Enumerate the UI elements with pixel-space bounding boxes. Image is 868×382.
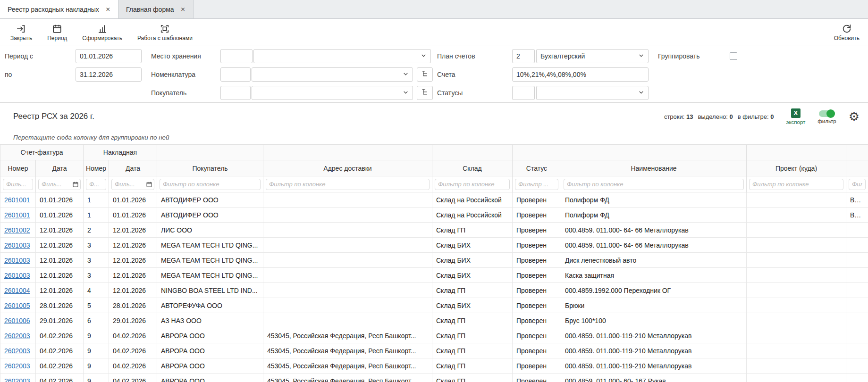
filter-invoice-number[interactable]	[3, 179, 33, 190]
tab-close-icon[interactable]: ✕	[106, 6, 110, 13]
table-row[interactable]: 260100412.01.2026412.01.2026NINGBO BOA S…	[0, 283, 868, 298]
buyer-code-input[interactable]	[220, 86, 251, 100]
invoice-number-link[interactable]: 2602003	[4, 362, 30, 370]
table-cell: 04.02.2026	[109, 343, 157, 358]
filter-delivery-address[interactable]	[266, 179, 430, 190]
gear-icon[interactable]: ⚙	[849, 110, 860, 123]
buyer-select[interactable]	[252, 86, 413, 100]
table-row[interactable]: 260200304.02.2026904.02.2026АВРОРА ООО45…	[0, 374, 868, 382]
col-delivery-address[interactable]: Адрес доставки	[263, 160, 432, 176]
table-cell: Склад ГП	[432, 343, 513, 358]
accounts-input[interactable]	[512, 67, 649, 82]
nomenclature-select[interactable]	[252, 67, 413, 82]
close-button[interactable]: Закрыть	[10, 23, 32, 42]
calendar-icon[interactable]	[72, 181, 79, 190]
filter-status[interactable]	[515, 179, 558, 190]
invoice-number-link[interactable]: 2601001	[4, 196, 30, 204]
col-buyer[interactable]: Покупатель	[157, 160, 263, 176]
app-window: Реестр расходных накладных ✕ Главная фор…	[0, 0, 868, 382]
filter-toggle[interactable]	[819, 110, 835, 117]
buyer-tree-button[interactable]	[417, 86, 433, 100]
tab-main-form[interactable]: Главная форма ✕	[118, 0, 194, 18]
statuses-code-input[interactable]	[512, 86, 535, 100]
col-extra[interactable]	[846, 160, 868, 176]
tab-registry[interactable]: Реестр расходных накладных ✕	[0, 0, 118, 18]
table-row[interactable]: 260100101.01.2026101.01.2026АВТОДИФЕР ОО…	[0, 208, 868, 223]
table-cell: 12.01.2026	[109, 283, 157, 298]
plan-code-input[interactable]	[512, 49, 535, 63]
table-row[interactable]: 260100312.01.2026312.01.2026MEGA TEAM TE…	[0, 268, 868, 283]
period-to-input[interactable]	[76, 67, 142, 82]
tab-close-icon[interactable]: ✕	[181, 6, 185, 13]
table-cell: Проверен	[513, 374, 561, 382]
group-checkbox[interactable]	[730, 52, 737, 60]
invoice-number-link[interactable]: 2602003	[4, 347, 30, 355]
table-cell: 6	[84, 313, 109, 328]
invoice-number-link[interactable]: 2602003	[4, 332, 30, 340]
filter-extra[interactable]	[849, 179, 866, 190]
cell-invoice-number: 2601001	[0, 192, 36, 208]
close-button-label: Закрыть	[10, 35, 32, 42]
filter-project[interactable]	[749, 179, 843, 190]
invoice-number-link[interactable]: 2601003	[4, 257, 30, 264]
table-cell: АЗ НАЗ ООО	[157, 313, 263, 328]
col-project[interactable]: Проект (куда)	[747, 160, 846, 176]
filter-toggle-block[interactable]: фильтр	[817, 109, 836, 124]
filter-waybill-number[interactable]	[86, 179, 106, 190]
filter-warehouse[interactable]	[435, 179, 510, 190]
cell-invoice-number: 2601006	[0, 313, 36, 328]
nomenclature-code-input[interactable]	[220, 67, 251, 82]
invoice-number-link[interactable]: 2601001	[4, 211, 30, 219]
table-cell	[263, 298, 432, 313]
storage-select[interactable]	[253, 49, 431, 63]
table-cell	[846, 238, 868, 253]
refresh-button[interactable]: Обновить	[834, 23, 860, 42]
period-from-input[interactable]	[76, 49, 142, 63]
invoice-number-link[interactable]: 2602003	[4, 377, 30, 382]
period-button[interactable]: Период	[47, 23, 67, 42]
chevron-down-icon	[403, 89, 409, 97]
grouping-hint: Перетащите сюда колонку для группировки …	[0, 130, 868, 144]
col-waybill-number[interactable]: Номер	[84, 160, 109, 176]
invoice-number-link[interactable]: 2601005	[4, 302, 30, 309]
export-button[interactable]: X экспорт	[786, 108, 806, 125]
invoice-number-link[interactable]: 2601006	[4, 317, 30, 324]
table-row[interactable]: 260200304.02.2026904.02.2026АВРОРА ООО45…	[0, 343, 868, 358]
invoice-number-link[interactable]: 2601004	[4, 287, 30, 294]
col-warehouse[interactable]: Склад	[432, 160, 513, 176]
plan-select[interactable]: Бухгалтерский	[536, 49, 649, 63]
invoice-number-link[interactable]: 2601003	[4, 241, 30, 249]
filtered-count: 0	[770, 113, 774, 120]
invoice-number-link[interactable]: 2601002	[4, 226, 30, 234]
col-status[interactable]: Статус	[513, 160, 561, 176]
table-row[interactable]: 260200304.02.2026904.02.2026АВРОРА ООО45…	[0, 358, 868, 374]
cell-invoice-number: 2601005	[0, 298, 36, 313]
generate-button[interactable]: Сформировать	[82, 23, 122, 42]
filter-name[interactable]	[564, 179, 744, 190]
filter-buyer[interactable]	[160, 179, 261, 190]
calendar-icon[interactable]	[146, 181, 152, 190]
table-row[interactable]: 260200304.02.2026904.02.2026АВРОРА ООО45…	[0, 328, 868, 343]
col-invoice-number[interactable]: Номер	[0, 160, 36, 176]
invoice-number-link[interactable]: 2601003	[4, 272, 30, 279]
col-invoice-date[interactable]: Дата	[36, 160, 84, 176]
cell-invoice-number: 2601002	[0, 223, 36, 238]
col-name[interactable]: Наименование	[561, 160, 747, 176]
table-cell	[747, 283, 846, 298]
table-cell	[747, 328, 846, 343]
storage-code-input[interactable]	[220, 49, 253, 63]
nomenclature-tree-button[interactable]	[417, 67, 433, 82]
table-cell: Склад ГП	[432, 283, 513, 298]
table-cell: 12.01.2026	[109, 238, 157, 253]
table-row[interactable]: 260100101.01.2026101.01.2026АВТОДИФЕР ОО…	[0, 192, 868, 208]
table-cell: 000.4859. 011.000-119-210 Металлорукав	[561, 328, 747, 343]
table-row[interactable]: 260100528.01.2026528.01.2026АВТОРЕФУФА О…	[0, 298, 868, 313]
table-cell: Склад на Российской	[432, 208, 513, 223]
statuses-select[interactable]	[536, 86, 649, 100]
table-row[interactable]: 260100312.01.2026312.01.2026MEGA TEAM TE…	[0, 253, 868, 268]
table-row[interactable]: 260100312.01.2026312.01.2026MEGA TEAM TE…	[0, 238, 868, 253]
table-row[interactable]: 260100212.01.2026212.01.2026ЛИС ОООСклад…	[0, 223, 868, 238]
col-waybill-date[interactable]: Дата	[109, 160, 157, 176]
table-row[interactable]: 260100629.01.2026629.01.2026АЗ НАЗ ОООСк…	[0, 313, 868, 328]
templates-button[interactable]: Работа с шаблонами	[137, 23, 193, 42]
